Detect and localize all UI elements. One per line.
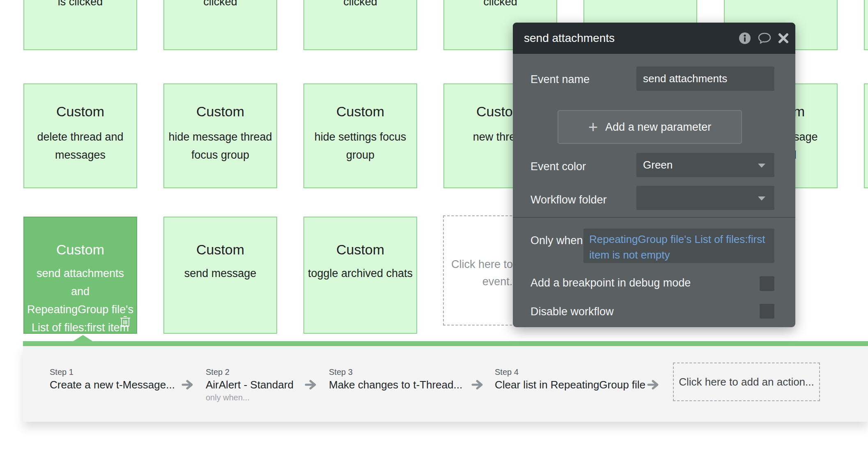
- event-card[interactable]: Custom hide settings focus group: [303, 83, 417, 188]
- selected-event-caret: [73, 335, 93, 342]
- breakpoint-label: Add a breakpoint in debug mode: [530, 275, 691, 290]
- step-title: Make changes to t-Thread...: [329, 377, 462, 392]
- step-label: Step 4: [495, 367, 645, 377]
- caret-down-icon: [758, 196, 765, 201]
- caret-down-icon: [758, 164, 765, 168]
- condition-link[interactable]: RepeatingGroup file's List of files:firs…: [589, 231, 771, 263]
- step-title: Clear list in RepeatingGroup file: [495, 377, 645, 392]
- action-panel: Step 1 Create a new t-Message... Step 2 …: [23, 346, 868, 422]
- popup-divider: [513, 217, 795, 218]
- event-card[interactable]: Custom delete thread and messages: [23, 83, 137, 188]
- event-card-subtitle: is clicked: [24, 0, 136, 8]
- event-card-title: Custom: [164, 103, 276, 120]
- event-card-subtitle: hide message thread focus group: [167, 128, 274, 164]
- step-item[interactable]: Step 3 Make changes to t-Thread...: [329, 367, 462, 392]
- event-card-title: Custom: [24, 103, 136, 120]
- event-card-title: Custom: [164, 241, 276, 258]
- event-card-title: Custom: [304, 241, 416, 258]
- event-card[interactable]: clicked: [303, 0, 417, 50]
- popup-header: send attachments: [513, 23, 795, 54]
- breakpoint-checkbox[interactable]: [760, 276, 774, 291]
- popup-title: send attachments: [524, 23, 615, 54]
- event-card-selected[interactable]: Custom send attachments and RepeatingGro…: [23, 217, 137, 334]
- step-label: Step 2: [206, 367, 294, 377]
- only-when-input[interactable]: RepeatingGroup file's List of files:firs…: [583, 229, 774, 263]
- step-label: Step 1: [50, 367, 175, 377]
- plus-icon: +: [588, 119, 598, 135]
- event-card-title: Custom: [304, 103, 416, 120]
- step-title: Create a new t-Message...: [50, 377, 175, 392]
- event-card[interactable]: Custom hide message thread focus group: [163, 83, 277, 188]
- workflow-folder-dropdown[interactable]: [636, 186, 774, 210]
- event-name-value: send attachments: [643, 67, 727, 91]
- event-card[interactable]: is clicked: [23, 0, 137, 50]
- arrow-right-icon: [304, 378, 318, 391]
- event-name-input[interactable]: send attachments: [636, 67, 774, 91]
- event-color-label: Event color: [530, 159, 586, 174]
- event-card[interactable]: Custom toggle archived chats: [303, 217, 417, 334]
- close-icon[interactable]: [778, 33, 789, 44]
- event-card-subtitle: send message: [167, 264, 274, 282]
- only-when-label: Only when: [530, 233, 583, 248]
- arrow-right-icon: [647, 378, 661, 391]
- trash-icon[interactable]: [120, 315, 131, 327]
- event-card-subtitle: clicked: [164, 0, 276, 8]
- event-card-subtitle: clicked: [444, 0, 556, 8]
- comment-icon[interactable]: [758, 32, 772, 44]
- event-name-label: Event name: [530, 72, 590, 87]
- step-note: only when...: [206, 392, 294, 403]
- arrow-right-icon: [181, 378, 195, 391]
- event-card[interactable]: [864, 0, 868, 50]
- add-parameter-label: Add a new parameter: [605, 121, 711, 134]
- step-title: AirAlert - Standard: [206, 377, 294, 392]
- add-parameter-button[interactable]: + Add a new parameter: [558, 110, 742, 144]
- arrow-right-icon: [471, 378, 485, 391]
- event-card-subtitle: hide settings focus group: [307, 128, 414, 164]
- step-item[interactable]: Step 4 Clear list in RepeatingGroup file: [495, 367, 645, 392]
- info-icon[interactable]: [739, 32, 751, 44]
- event-card-subtitle: delete thread and messages: [27, 128, 134, 164]
- workflow-folder-label: Workflow folder: [530, 192, 607, 207]
- event-card[interactable]: clicked: [163, 0, 277, 50]
- event-card-title: Custom: [24, 241, 136, 258]
- add-action-placeholder[interactable]: Click here to add an action...: [673, 363, 820, 401]
- event-card-subtitle: toggle archived chats: [307, 264, 414, 282]
- event-color-value: Green: [643, 153, 673, 177]
- event-card-subtitle: clicked: [304, 0, 416, 8]
- step-item[interactable]: Step 1 Create a new t-Message...: [50, 367, 175, 392]
- event-card[interactable]: [864, 83, 868, 188]
- disable-workflow-checkbox[interactable]: [760, 304, 774, 319]
- event-color-dropdown[interactable]: Green: [636, 153, 774, 177]
- action-bar-accent: [23, 341, 868, 346]
- step-item[interactable]: Step 2 AirAlert - Standard only when...: [206, 367, 294, 403]
- disable-workflow-label: Disable workflow: [530, 304, 614, 319]
- event-property-popup: send attachments Event name send attachm…: [513, 23, 795, 327]
- event-card[interactable]: Custom send message: [163, 217, 277, 334]
- step-label: Step 3: [329, 367, 462, 377]
